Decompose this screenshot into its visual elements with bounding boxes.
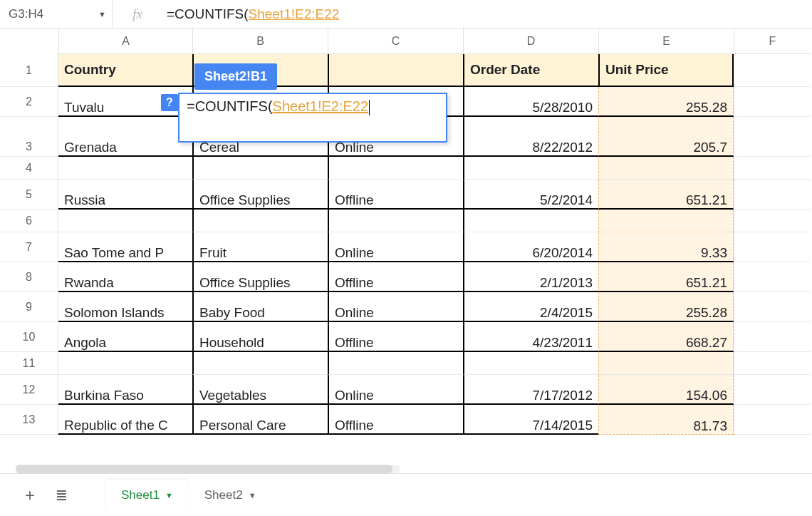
cell-B5[interactable]: Office Supplies (192, 180, 328, 210)
tab-sheet2[interactable]: Sheet2 ▼ (189, 480, 272, 511)
cell-E9[interactable]: 255.28 (598, 292, 734, 322)
name-box[interactable]: G3:H4 ▼ (0, 0, 113, 29)
cell-F8[interactable] (734, 262, 811, 292)
cell-A1[interactable]: Country (58, 54, 192, 87)
cell-E1[interactable]: Unit Price (598, 54, 734, 87)
cell-C11[interactable] (328, 352, 463, 375)
cell-F3[interactable] (734, 117, 811, 157)
cell-A3[interactable]: Grenada (58, 117, 192, 157)
cell-B11[interactable] (192, 352, 328, 375)
cell-E11[interactable] (598, 352, 734, 375)
cell-B9[interactable]: Baby Food (192, 292, 328, 322)
row-header-9[interactable]: 9 (0, 292, 58, 322)
cell-D10[interactable]: 4/23/2011 (463, 322, 598, 352)
cell-F9[interactable] (734, 292, 811, 322)
cell-F7[interactable] (734, 232, 811, 262)
cell-A9[interactable]: Solomon Islands (58, 292, 192, 322)
row-header-4[interactable]: 4 (0, 157, 58, 180)
col-header-C[interactable]: C (328, 29, 463, 54)
cell-B13[interactable]: Personal Care (192, 405, 328, 435)
cell-E3[interactable]: 205.7 (598, 117, 734, 157)
cell-C13[interactable]: Offline (328, 405, 463, 435)
cell-editor-content[interactable]: =COUNTIFS(Sheet1!E2:E22 (179, 94, 446, 120)
row-header-5[interactable]: 5 (0, 180, 58, 210)
tab-sheet1[interactable]: Sheet1 ▼ (105, 480, 189, 511)
cell-C8[interactable]: Offline (328, 262, 463, 292)
horizontal-scrollbar[interactable] (16, 465, 400, 473)
col-header-F[interactable]: F (734, 29, 811, 54)
cell-D2[interactable]: 5/28/2010 (463, 87, 598, 117)
cell-D9[interactable]: 2/4/2015 (463, 292, 598, 322)
cell-E4[interactable] (598, 157, 734, 180)
cell-D12[interactable]: 7/17/2012 (463, 375, 598, 405)
cell-A5[interactable]: Russia (58, 180, 192, 210)
cell-A6[interactable] (58, 210, 192, 232)
tab-dropdown-icon[interactable]: ▼ (249, 491, 256, 500)
cell-E6[interactable] (598, 210, 734, 232)
cell-C5[interactable]: Offline (328, 180, 463, 210)
row-header-2[interactable]: 2 (0, 87, 58, 117)
cell-E7[interactable]: 9.33 (598, 232, 734, 262)
col-header-A[interactable]: A (58, 29, 192, 54)
cell-B7[interactable]: Fruit (192, 232, 328, 262)
row-header-3[interactable]: 3 (0, 117, 58, 157)
add-sheet-button[interactable]: + (14, 480, 46, 511)
cell-E10[interactable]: 668.27 (598, 322, 734, 352)
cell-A13[interactable]: Republic of the C (58, 405, 192, 435)
cell-A10[interactable]: Angola (58, 322, 192, 352)
formula-help-button[interactable]: ? (161, 94, 178, 111)
cell-C4[interactable] (328, 157, 463, 180)
cell-F4[interactable] (734, 157, 811, 180)
row-header-13[interactable]: 13 (0, 405, 58, 435)
cell-E8[interactable]: 651.21 (598, 262, 734, 292)
cell-D11[interactable] (463, 352, 598, 375)
cell-F12[interactable] (734, 375, 811, 405)
row-header-1[interactable]: 1 (0, 54, 58, 87)
cell-D4[interactable] (463, 157, 598, 180)
cell-A7[interactable]: Sao Tome and P (58, 232, 192, 262)
cell-A8[interactable]: Rwanda (58, 262, 192, 292)
scrollbar-thumb[interactable] (16, 465, 392, 473)
cell-D7[interactable]: 6/20/2014 (463, 232, 598, 262)
cell-B8[interactable]: Office Supplies (192, 262, 328, 292)
row-header-10[interactable]: 10 (0, 322, 58, 352)
row-header-8[interactable]: 8 (0, 262, 58, 292)
cell-D13[interactable]: 7/14/2015 (463, 405, 598, 435)
cell-B6[interactable] (192, 210, 328, 232)
row-header-11[interactable]: 11 (0, 352, 58, 375)
cell-E13[interactable]: 81.73 (598, 405, 734, 435)
cell-B10[interactable]: Household (192, 322, 328, 352)
cell-A12[interactable]: Burkina Faso (58, 375, 192, 405)
cell-E12[interactable]: 154.06 (598, 375, 734, 405)
cell-F5[interactable] (734, 180, 811, 210)
cell-B12[interactable]: Vegetables (192, 375, 328, 405)
row-header-7[interactable]: 7 (0, 232, 58, 262)
row-header-6[interactable]: 6 (0, 210, 58, 232)
col-header-B[interactable]: B (192, 29, 328, 54)
cell-F2[interactable] (734, 87, 811, 117)
cell-E5[interactable]: 651.21 (598, 180, 734, 210)
cell-F11[interactable] (734, 352, 811, 375)
cell-D8[interactable]: 2/1/2013 (463, 262, 598, 292)
cell-F13[interactable] (734, 405, 811, 435)
cell-F1[interactable] (734, 54, 811, 87)
cell-C10[interactable]: Offline (328, 322, 463, 352)
col-header-D[interactable]: D (463, 29, 598, 54)
tab-dropdown-icon[interactable]: ▼ (165, 491, 173, 500)
name-box-dropdown-icon[interactable]: ▼ (98, 10, 106, 19)
cell-D1[interactable]: Order Date (463, 54, 598, 87)
all-sheets-button[interactable]: ≣ (46, 480, 77, 511)
cell-D6[interactable] (463, 210, 598, 232)
row-header-12[interactable]: 12 (0, 375, 58, 405)
cell-editor[interactable]: ? =COUNTIFS(Sheet1!E2:E22 (178, 93, 447, 143)
cell-C6[interactable] (328, 210, 463, 232)
cell-C7[interactable]: Online (328, 232, 463, 262)
cell-D5[interactable]: 5/2/2014 (463, 180, 598, 210)
cell-C9[interactable]: Online (328, 292, 463, 322)
formula-input[interactable]: =COUNTIFS(Sheet1!E2:E22 (162, 6, 812, 22)
cell-A11[interactable] (58, 352, 192, 375)
cell-F10[interactable] (734, 322, 811, 352)
cell-C12[interactable]: Online (328, 375, 463, 405)
cell-B4[interactable] (192, 157, 328, 180)
cell-E2[interactable]: 255.28 (598, 87, 734, 117)
